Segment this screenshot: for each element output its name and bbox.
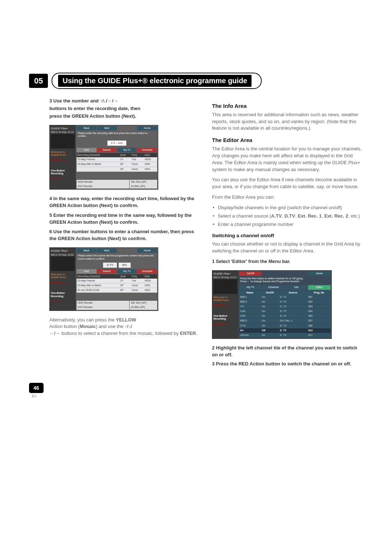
guideplus-logo-icon: GUIDE Plus+ <box>213 272 237 276</box>
page-language: En <box>32 394 363 399</box>
table-row: BBC1OnD. TV001 <box>239 295 331 300</box>
status-bar: BBC2 25-May 10:00 <box>51 254 75 256</box>
guideplus-logo-icon: GUIDE Plus+ <box>51 249 75 253</box>
remain-row: DVD Remain2h 00m (SP) <box>77 184 157 189</box>
tab-mytv: My TV <box>117 148 137 152</box>
table-row-highlighted: E4OffD. TV014 <box>239 328 331 333</box>
onoff-pill: On/Off <box>239 271 262 276</box>
table-row: ITVOnD. TV003 <box>239 304 331 309</box>
date-input-box: 0 5 - Jun <box>107 141 126 146</box>
arrow-icons: ←/→ <box>49 331 60 336</box>
guideplus-mini-logo: GUIDE Plus+ <box>51 281 75 284</box>
sidebar-obr: One-ButtonRecording <box>51 292 75 298</box>
guideplus-mini-logo: GUIDE Plus+ <box>213 304 237 307</box>
table-row: 05-Jun 20:00 22:00SPOnceHDD <box>77 288 157 293</box>
editor-area-p3: From the Editor Area you can: <box>212 194 363 201</box>
recording-schedule-table: Recording ScheduleQualFreqDest 25-May Fr… <box>77 153 157 172</box>
screenshot-channel-select: GUIDE Plus+ BBC2 25-May 10:00 Welcome to… <box>49 247 200 311</box>
sidebar-welcome: Welcome toGUIDE Plus+ <box>51 151 75 157</box>
chapter-number: 05 <box>29 74 48 88</box>
editor-channel-table: NameOn/OffSourceProg. No BBC1OnD. TV001 … <box>239 291 331 338</box>
video-preview <box>213 279 237 294</box>
recording-schedule-table: Recording ScheduleQualFreqDest 25-May Fr… <box>77 274 157 293</box>
editor-step-2: 2 Highlight the left channel tile of the… <box>212 345 363 358</box>
tab-editor: Editor <box>308 285 331 289</box>
table-row: CH5OnD. TV005 <box>239 314 331 319</box>
step-5: 5 Enter the recording end time in the sa… <box>49 212 200 226</box>
guideplus-mini-logo-2: GUIDE Plus+ <box>51 177 75 180</box>
sidebar-welcome: Welcome toGUIDE Plus+ <box>51 273 75 279</box>
guideplus-logo-icon: GUIDE Plus+ <box>51 127 75 130</box>
arrow-icons: ↑/↓/←/→ <box>100 98 118 104</box>
back-pill: Back <box>77 126 97 130</box>
home-pill: Home <box>308 271 331 276</box>
page-footer: 46 En <box>29 383 363 399</box>
instruction-text: Please enter the recording date and pres… <box>77 131 157 139</box>
info-area-body: This area is reserved for additional inf… <box>212 112 363 132</box>
switching-heading: Switching a channel on/off <box>212 232 363 239</box>
table-row: 25-May FriendsLPTueHDDr <box>77 279 157 283</box>
chapter-title-pill: Using the GUIDE Plus+® electronic progra… <box>52 73 262 89</box>
alternative-text: Alternatively, you can press the YELLOW … <box>49 317 200 337</box>
editor-bullet-list: Display/hide channels in the grid (switc… <box>212 204 363 228</box>
editor-step-1: 1 Select 'Editor' from the Menu bar. <box>212 258 363 265</box>
tab-grid: Grid <box>77 269 97 274</box>
sidebar-obr: One-ButtonRecording <box>213 315 237 321</box>
instruction-text: Please select the source and the program… <box>77 254 157 262</box>
page-number: 46 <box>29 383 44 393</box>
switching-body: You can choose whether or not to display… <box>212 241 363 255</box>
guideplus-mini-logo-2: GUIDE Plus+ <box>213 323 237 326</box>
table-row: 29-May Men in BlackSPOnceHDD <box>77 283 157 288</box>
video-preview <box>51 134 75 149</box>
remain-row: DVD Remain2h 00m (SP) <box>77 305 157 309</box>
chapter-header: 05 Using the GUIDE Plus+® electronic pro… <box>29 73 363 89</box>
list-item: Enter a channel programme number <box>218 221 363 228</box>
status-bar: BBC2 25-May 10:10 <box>213 276 237 279</box>
left-column: 3 Use the number and ↑/↓/←/→ buttons to … <box>29 98 200 368</box>
step-3-line3: press the GREEN Action button (Next). <box>49 113 200 120</box>
tab-schedule: Schedule <box>137 269 157 274</box>
step-3-line2: buttons to enter the recording date, the… <box>49 105 200 112</box>
tab-search: Search <box>97 269 117 274</box>
guideplus-mini-logo: GUIDE Plus+ <box>51 159 75 162</box>
arrow-icons: ↑/↓/ <box>124 324 132 329</box>
info-area-heading: The Info Area <box>212 102 363 110</box>
list-item: Select a channel source (A.TV, D.TV, Ext… <box>218 213 363 220</box>
tab-grid: Grid <box>77 148 97 152</box>
next-pill: Next <box>97 248 117 253</box>
back-pill: Back <box>77 248 97 253</box>
tab-info: Info <box>285 285 308 289</box>
tab-schedule: Schedule <box>137 148 157 152</box>
status-bar: BBC2 25-May 10:10 <box>51 131 75 134</box>
screenshot-editor: GUIDE Plus+ BBC2 25-May 10:10 Welcome to… <box>212 270 363 339</box>
editor-area-p2: You can also use the Editor Area if new … <box>212 177 363 190</box>
table-row: ITV2OnD. TV006 <box>239 323 331 328</box>
screenshot-recording-date: GUIDE Plus+ BBC2 25-May 10:10 Welcome to… <box>49 125 200 190</box>
video-preview <box>51 256 75 271</box>
step-3: 3 Use the number and ↑/↓/←/→ <box>49 98 200 105</box>
list-item: Display/hide channels in the grid (switc… <box>218 204 363 211</box>
tab-mytv: My TV <box>117 269 137 274</box>
tab-schedule: Schedule <box>262 285 285 289</box>
tab-mytv: My TV <box>239 285 262 289</box>
chapter-title: Using the GUIDE Plus+® electronic progra… <box>58 75 252 87</box>
table-row: 25-May FriendsLPTueHDDr <box>77 157 157 162</box>
editor-area-heading: The Editor Area <box>212 136 363 144</box>
table-row: SPOnceHDD <box>77 167 157 171</box>
next-pill: Next <box>97 126 117 130</box>
guideplus-mini-logo-2: GUIDE Plus+ <box>51 300 75 303</box>
tab-search: Search <box>97 148 117 152</box>
right-column: The Info Area This area is reserved for … <box>212 98 363 368</box>
table-row: BBC2OnD. TV002 <box>239 299 331 304</box>
editor-area-p1: The Editor Area is the central location … <box>212 146 363 173</box>
source-box: D.TV <box>103 263 117 268</box>
step-4: 4 In the same way, enter the recording s… <box>49 195 200 209</box>
table-row: CH4OnD. TV004 <box>239 309 331 314</box>
sidebar-obr: One-ButtonRecording <box>51 169 75 175</box>
remain-row: HDD Remain30h 33m (SP) <box>77 301 157 305</box>
home-pill: Home <box>137 126 157 130</box>
editor-step-3: 3 Press the RED Action button to switch … <box>212 361 363 368</box>
prog-num-box: 001 <box>119 263 131 268</box>
home-pill: Home <box>137 248 157 253</box>
step-6: 6 Use the number buttons to enter a chan… <box>49 228 200 242</box>
